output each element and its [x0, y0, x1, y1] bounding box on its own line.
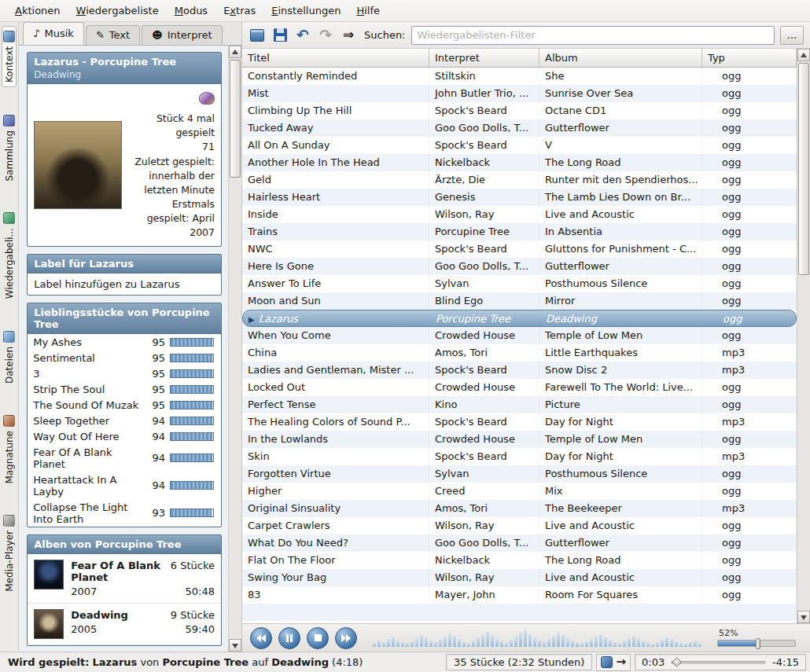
cell-title: Carpet Crawlers [242, 517, 429, 534]
playlist-row[interactable]: Perfect TenseKinoPictureogg [242, 396, 797, 413]
favorite-track-item[interactable]: Heartattack In A Layby94 [28, 472, 221, 499]
column-header-typ[interactable]: Typ [702, 49, 797, 67]
column-header-album[interactable]: Album [539, 49, 702, 67]
volume-knob[interactable] [756, 638, 760, 649]
redo-button[interactable]: ↷ [317, 27, 334, 44]
favorite-track-item[interactable]: Way Out Of Here94 [28, 428, 221, 444]
jump-arrow-icon[interactable]: → [616, 656, 626, 668]
playlist-row[interactable]: Ladies and Gentleman, Mister ...Spock's … [242, 362, 797, 379]
favorite-track-item[interactable]: Collapse The Light Into Earth93 [28, 499, 221, 527]
playlist-row[interactable]: ChinaAmos, ToriLittle Earthquakesmp3 [242, 344, 797, 362]
column-header-interpret[interactable]: Interpret [429, 49, 539, 67]
playlist-row[interactable]: Carpet CrawlersWilson, RayLive and Acous… [242, 517, 797, 534]
previous-button[interactable] [250, 627, 272, 649]
playlist-row[interactable]: In the LowlandsCrowded HouseTemple of Lo… [242, 431, 797, 448]
volume-slider[interactable] [717, 640, 796, 647]
sidebar-tab-dateien[interactable]: Dateien [2, 327, 16, 387]
playlist-row[interactable]: GeldÄrzte, DieRunter mit den Spendierhos… [242, 171, 797, 189]
favorite-track-item[interactable]: The Sound Of Muzak95 [28, 397, 221, 413]
cell-title: Ladies and Gentleman, Mister ... [242, 362, 429, 379]
playlist-row[interactable]: Hairless HeartGenesisThe Lamb Lies Down … [242, 189, 797, 206]
volume-control[interactable]: 52% [717, 628, 802, 648]
cell-album: She [539, 68, 702, 85]
playlist-row[interactable]: SkinSpock's BeardDay for Nightmp3 [242, 448, 797, 465]
playlist-row[interactable]: Moon and SunBlind EgoMirrorogg [242, 292, 797, 310]
scroll-track[interactable] [229, 58, 241, 639]
save-playlist-button[interactable] [271, 27, 289, 44]
favorite-track-item[interactable]: Fear Of A Blank Planet94 [28, 444, 221, 472]
analyzer[interactable] [363, 627, 711, 649]
sidebar-tab-sammlung[interactable]: Sammlung [2, 111, 16, 185]
playlist-row[interactable]: Flat On The FloorNickelbackThe Long Road… [242, 552, 797, 569]
cell-title: 83 [242, 586, 429, 604]
playlist-row[interactable]: Original SinsualityAmos, ToriThe Beekeep… [242, 500, 797, 517]
playlist-row[interactable]: Climbing Up The HillSpock's BeardOctane … [242, 102, 797, 119]
playlist-row[interactable]: Forgotten VirtueSylvanPosthumous Silence… [242, 465, 797, 483]
favorite-track-item[interactable]: Strip The Soul95 [28, 381, 221, 397]
playlist-scrollbar[interactable] [797, 49, 810, 623]
cell-artist: Nickelback [429, 154, 539, 171]
stop-button[interactable] [307, 627, 329, 649]
playlist-row[interactable]: InsideWilson, RayLive and Acousticogg [242, 206, 797, 223]
playlist-row[interactable]: Here Is GoneGoo Goo Dolls, T...Gutterflo… [242, 258, 797, 275]
column-header-titel[interactable]: Titel [242, 49, 429, 67]
playlist-row[interactable]: When You ComeCrowded HouseTemple of Low … [242, 327, 797, 344]
cell-artist: Porcupine Tree [430, 310, 540, 326]
playlist-row[interactable]: Tucked AwayGoo Goo Dolls, T...Gutterflow… [242, 119, 797, 137]
playlist-row[interactable]: Answer To LifeSylvanPosthumous Silenceog… [242, 275, 797, 292]
seek-knob[interactable] [672, 657, 682, 667]
playlist-row[interactable]: MistJohn Butler Trio, ...Sunrise Over Se… [242, 85, 797, 102]
favorite-track-item[interactable]: My Ashes95 [28, 334, 221, 350]
seek-slider[interactable] [671, 661, 766, 664]
favorite-track-item[interactable]: Sleep Together94 [28, 413, 221, 428]
queue-manager-icon[interactable] [601, 656, 613, 668]
playlist-row[interactable]: 83Mayer, JohnRoom For Squaresogg [242, 586, 797, 604]
playlist-filter-input[interactable] [411, 26, 775, 45]
playlist-row[interactable]: Another Hole In The HeadNickelbackThe Lo… [242, 154, 797, 171]
playlist-row[interactable]: TrainsPorcupine TreeIn Absentiaogg [242, 223, 797, 241]
tab-text[interactable]: ✎Text [86, 25, 140, 45]
add-label-link[interactable]: Label hinzufügen zu Lazarus [28, 274, 221, 295]
favorite-track-item[interactable]: 395 [28, 365, 221, 381]
playlist-row[interactable]: ▶LazarusPorcupine TreeDeadwingogg [242, 310, 797, 327]
scroll-track[interactable] [797, 61, 810, 611]
menu-einstellungen[interactable]: Einstellungen [264, 2, 348, 20]
menu-modus[interactable]: Modus [168, 2, 215, 20]
context-scrollbar[interactable] [228, 46, 241, 652]
cell-type: ogg [702, 465, 797, 483]
new-playlist-button[interactable] [249, 27, 266, 44]
playlist-row[interactable]: HigherCreedMixogg [242, 483, 797, 500]
playlist-row[interactable]: Swing Your BagWilson, RayLive and Acoust… [242, 569, 797, 586]
sidebar-tab-kontext[interactable]: Kontext [2, 26, 17, 87]
tab-musik[interactable]: ♪Musik [23, 22, 84, 45]
sidebar-tab-magnatune[interactable]: Magnatune [2, 411, 16, 488]
favorite-track-item[interactable]: Sentimental95 [28, 350, 221, 365]
sidebar-tab-media-player[interactable]: Media-Player [2, 511, 16, 596]
menu-extras[interactable]: Extras [216, 2, 263, 20]
scroll-thumb[interactable] [798, 63, 809, 275]
playlist-row[interactable]: Locked OutCrowded HouseFarewell To The W… [242, 379, 797, 396]
playlist-row[interactable]: The Healing Colors of Sound P...Spock's … [242, 413, 797, 431]
scroll-down-button[interactable] [797, 611, 810, 623]
scroll-down-button[interactable] [229, 639, 241, 652]
playlist-row[interactable]: Constantly RemindedStiltskinSheogg [242, 68, 797, 85]
undo-button[interactable]: ↶ [294, 27, 311, 44]
menu-hilfe[interactable]: Hilfe [349, 2, 387, 20]
menu-aktionen[interactable]: Aktionen [8, 2, 68, 20]
menu-wiedergabeliste[interactable]: Wiedergabeliste [69, 2, 166, 20]
playlist-row[interactable]: What Do You Need?Goo Goo Dolls, T...Gutt… [242, 534, 797, 552]
next-button[interactable] [335, 627, 357, 649]
scroll-up-button[interactable] [797, 49, 810, 61]
scroll-thumb[interactable] [230, 60, 241, 178]
jump-to-current-button[interactable]: ⇒ [340, 27, 357, 44]
sidebar-tab-wiedergabeli[interactable]: Wiedergabeli... [2, 208, 16, 303]
filter-options-button[interactable]: ... [780, 26, 804, 45]
album-item[interactable]: Fear Of A Blank Planet6 Stücke200750:48 [28, 554, 221, 604]
tab-interpret[interactable]: ☻Interpret [142, 25, 222, 45]
playlist-row[interactable]: All On A SundaySpock's BeardVogg [242, 137, 797, 154]
pause-button[interactable] [278, 627, 300, 649]
scroll-up-button[interactable] [229, 46, 241, 58]
playlist-row[interactable]: NWCSpock's BeardGluttons for Punishment … [242, 241, 797, 258]
cell-album: Octane CD1 [539, 102, 702, 119]
album-item[interactable]: Deadwing9 Stücke200559:40 [28, 604, 221, 645]
